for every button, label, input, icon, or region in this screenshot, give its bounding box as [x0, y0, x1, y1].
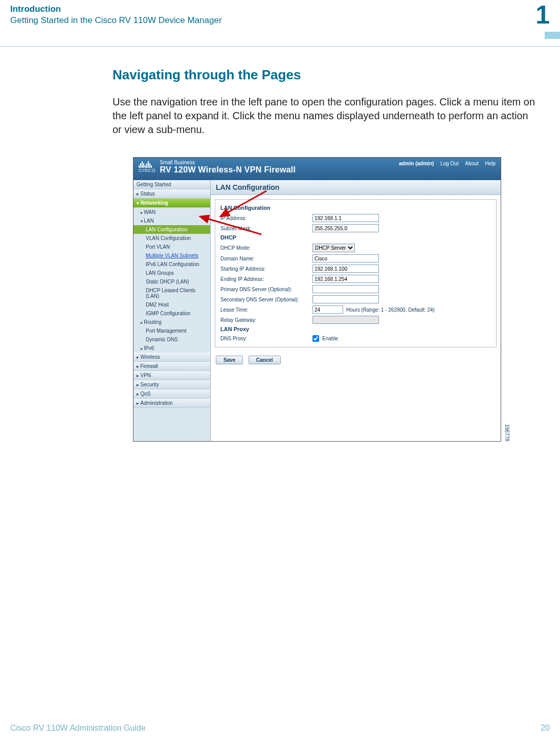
- footer-guide: Cisco RV 110W Administration Guide: [10, 724, 146, 733]
- cisco-wordmark: CISCO: [139, 168, 156, 173]
- nav-wan[interactable]: WAN: [133, 208, 210, 216]
- dns-proxy-checkbox[interactable]: [312, 335, 319, 342]
- nav-dmz-host[interactable]: DMZ Host: [133, 300, 210, 309]
- page-title: LAN Configuration: [211, 180, 501, 195]
- primary-dns-input[interactable]: [312, 285, 379, 293]
- nav-lan[interactable]: LAN: [133, 216, 210, 225]
- starting-ip-label: Starting IP Address:: [220, 266, 312, 272]
- nav-lan-groups[interactable]: LAN Groups: [133, 269, 210, 277]
- nav-port-management[interactable]: Port Management: [133, 326, 210, 335]
- footer-page-number: 20: [541, 724, 550, 733]
- dhcp-mode-select[interactable]: DHCP Server: [312, 244, 355, 252]
- nav-ipv6[interactable]: IPv6: [133, 344, 210, 353]
- nav-getting-started[interactable]: Getting Started: [133, 180, 210, 189]
- admin-user-label: admin (admin): [399, 161, 434, 166]
- nav-vlan-configuration[interactable]: VLAN Configuration: [133, 234, 210, 243]
- subnet-mask-input[interactable]: [312, 224, 379, 232]
- nav-dynamic-dns[interactable]: Dynamic DNS: [133, 335, 210, 344]
- save-button[interactable]: Save: [216, 356, 243, 364]
- dns-proxy-enable-label: Enable: [322, 336, 338, 341]
- dhcp-mode-label: DHCP Mode:: [220, 245, 312, 251]
- nav-static-dhcp[interactable]: Static DHCP (LAN): [133, 277, 210, 286]
- help-link[interactable]: Help: [485, 161, 496, 166]
- app-header: CISCO Small Business RV 120W Wireless-N …: [133, 158, 501, 180]
- nav-port-vlan[interactable]: Port VLAN: [133, 243, 210, 251]
- group-lan-proxy: LAN Proxy: [220, 326, 491, 332]
- about-link[interactable]: About: [465, 161, 479, 166]
- relay-gateway-input: [312, 316, 379, 324]
- group-dhcp: DHCP: [220, 234, 491, 241]
- cisco-logo-icon: [139, 161, 156, 168]
- ip-address-input[interactable]: [312, 214, 379, 222]
- cancel-button[interactable]: Cancel: [249, 356, 281, 364]
- primary-dns-label: Primary DNS Server (Optional):: [220, 287, 312, 292]
- group-lan-config: LAN Configuration: [220, 205, 491, 211]
- section-title: Navigating through the Pages: [113, 67, 540, 83]
- logout-link[interactable]: Log Out: [440, 161, 459, 166]
- chapter-accent-bar: [545, 32, 560, 39]
- subnet-mask-label: Subnet Mask:: [220, 226, 312, 231]
- header-subtitle: Getting Started in the Cisco RV 110W Dev…: [10, 15, 550, 26]
- brand-small: Small Business: [160, 160, 296, 165]
- nav-networking[interactable]: Networking: [133, 199, 210, 208]
- nav-multiple-vlan-subnets[interactable]: Multiple VLAN Subnets: [133, 251, 210, 260]
- nav-ipv6-lan-config[interactable]: IPv6 LAN Configuration: [133, 260, 210, 269]
- ending-ip-label: Ending IP Address:: [220, 276, 312, 282]
- chapter-number: 1: [535, 0, 550, 30]
- domain-name-input[interactable]: [312, 254, 379, 263]
- lease-time-label: Lease Time:: [220, 307, 312, 313]
- secondary-dns-input[interactable]: [312, 295, 379, 303]
- starting-ip-input[interactable]: [312, 265, 379, 273]
- section-body: Use the navigation tree in the left pane…: [113, 95, 540, 137]
- lease-time-hint: Hours (Range: 1 - 262800, Default: 24): [346, 307, 435, 313]
- ip-address-label: IP Address:: [220, 215, 312, 221]
- nav-igmp-config[interactable]: IGMP Configuration: [133, 309, 210, 318]
- figure-id: 196778: [504, 424, 510, 441]
- relay-gateway-label: Relay Gateway:: [220, 317, 312, 323]
- header-title: Introduction: [10, 4, 550, 14]
- nav-dhcp-leased-clients[interactable]: DHCP Leased Clients (LAN): [133, 286, 210, 300]
- brand-product: RV 120W Wireless-N VPN Firewall: [160, 165, 296, 174]
- nav-vpn[interactable]: VPN: [133, 371, 210, 380]
- nav-lan-configuration[interactable]: LAN Configuration: [133, 225, 210, 234]
- nav-qos[interactable]: QoS: [133, 389, 210, 399]
- dns-proxy-label: DNS Proxy:: [220, 336, 312, 341]
- nav-security[interactable]: Security: [133, 380, 210, 389]
- nav-routing[interactable]: Routing: [133, 318, 210, 326]
- nav-tree: Getting Started Status Networking WAN LA…: [133, 180, 210, 441]
- secondary-dns-label: Secondary DNS Server (Optional):: [220, 297, 312, 302]
- ending-ip-input[interactable]: [312, 275, 379, 283]
- nav-wireless[interactable]: Wireless: [133, 353, 210, 362]
- screenshot-figure: CISCO Small Business RV 120W Wireless-N …: [133, 157, 501, 442]
- nav-administration[interactable]: Administration: [133, 399, 210, 408]
- lease-time-input[interactable]: [312, 305, 343, 314]
- nav-firewall[interactable]: Firewall: [133, 362, 210, 371]
- domain-name-label: Domain Name:: [220, 256, 312, 261]
- nav-status[interactable]: Status: [133, 189, 210, 199]
